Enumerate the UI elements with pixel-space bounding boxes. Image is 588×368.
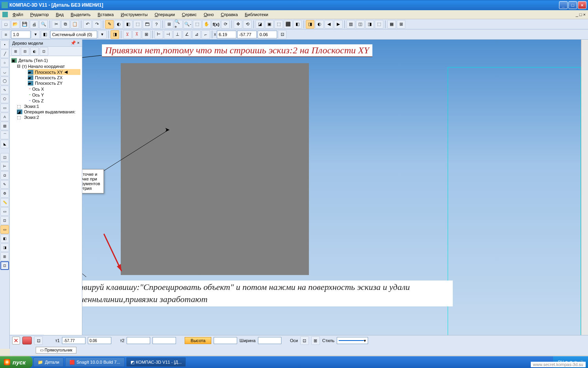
help-button[interactable]: ? [152, 20, 161, 29]
sketch-surface[interactable] [121, 63, 309, 275]
extra-4[interactable]: ⬚ [375, 20, 383, 29]
menu-view[interactable]: Вид [53, 11, 67, 18]
doc-controls[interactable]: _ □ × [576, 12, 586, 17]
tree-plane-zy[interactable]: ▰Плоскость ZY [28, 80, 80, 86]
geom-arc[interactable]: ◡ [0, 67, 9, 76]
axes-toggle2[interactable]: ⊞ [311, 336, 320, 345]
layer-combo[interactable] [50, 31, 97, 38]
axes-toggle[interactable]: ⊡ [300, 336, 309, 345]
print-button[interactable]: 🖨 [30, 20, 38, 29]
wireframe-button[interactable]: ⬚ [274, 20, 283, 29]
tree-origin[interactable]: ⊟(т) Начало координат [17, 63, 80, 69]
geom-poly[interactable]: ⬠ [0, 95, 9, 103]
style-button[interactable]: ≡ [2, 30, 10, 39]
scale-input[interactable] [11, 31, 31, 38]
t2-x-input[interactable] [127, 337, 150, 344]
layer-icon[interactable]: ◧ [41, 30, 49, 39]
fx-button[interactable]: f(x) [212, 20, 220, 29]
tree-extrude[interactable]: ◪Операция выдавливания: [17, 109, 80, 115]
zoom-window-button[interactable]: ⬚ [193, 20, 201, 29]
panel-symb[interactable]: Ω [0, 171, 9, 180]
view-front align-button[interactable]: ▣ [265, 20, 274, 29]
snap-toggle[interactable]: ◨ [111, 30, 119, 39]
new-button[interactable]: □ [2, 20, 10, 29]
menu-tools[interactable]: Инструменты [118, 11, 151, 18]
menu-edit[interactable]: Редактор [27, 11, 52, 18]
geom-point[interactable]: • [0, 40, 9, 49]
zoom-in-button[interactable]: 🔍+ [174, 20, 183, 29]
arrow-right-button[interactable]: ▶ [334, 20, 343, 29]
copy-button[interactable]: ⧉ [61, 20, 70, 29]
panel-spec[interactable]: ⊡ [0, 216, 9, 225]
panel-sel[interactable]: ▭ [0, 207, 9, 216]
menu-libraries[interactable]: Библиотеки [242, 11, 272, 18]
magnet-1[interactable]: ⊻ [123, 30, 132, 39]
tree-btn-4[interactable]: ⊡ [40, 47, 48, 56]
geom-ellipse[interactable]: ◯ [0, 77, 9, 85]
prop-tab-rect[interactable]: ▭ Прямоугольник [36, 347, 76, 353]
geom-circ[interactable]: ○ [0, 58, 9, 67]
width-input[interactable] [258, 337, 281, 344]
coord-x-input[interactable] [217, 31, 236, 38]
style-combo[interactable]: ▾ [337, 337, 368, 344]
t1-y-input[interactable] [88, 337, 111, 344]
layer-drop[interactable]: ▾ [98, 30, 107, 39]
geom-spline[interactable]: ∿ [0, 86, 9, 94]
panel-meas[interactable]: 📏 [0, 198, 9, 207]
view-iso-button[interactable]: ◪ [256, 20, 264, 29]
tool-c[interactable]: ⬚ [133, 20, 142, 29]
tree-axis-z[interactable]: ╶Ось Z [28, 98, 80, 104]
model-tree[interactable]: ▣Деталь (Тел-1) ⊟(т) Начало координат ▰П… [10, 56, 82, 342]
close-button[interactable]: × [578, 1, 586, 9]
geom-line[interactable]: ╱ [0, 49, 9, 58]
t2-y-input[interactable] [152, 337, 176, 344]
extra-6[interactable]: ⊞ [397, 20, 405, 29]
panel-param[interactable]: ⚙ [0, 189, 9, 198]
tool-a[interactable]: ◐ [114, 20, 123, 29]
maximize-button[interactable]: □ [568, 1, 577, 9]
tree-plane-zx[interactable]: ▰Плоскость ZX [28, 75, 80, 80]
height-input[interactable] [214, 337, 237, 344]
scale-drop[interactable]: ▾ [31, 30, 40, 39]
grid-button[interactable]: ⊞ [142, 30, 151, 39]
move-button[interactable]: ✥ [234, 20, 242, 29]
tree-btn-2[interactable]: ⊟ [21, 47, 29, 56]
panel-edit[interactable]: ✎ [0, 180, 9, 189]
coord-z-input[interactable] [258, 31, 277, 38]
menu-service[interactable]: Сервис [179, 11, 200, 18]
menu-help[interactable]: Справка [218, 11, 241, 18]
dim-2[interactable]: ⊣ [164, 30, 172, 39]
minimize-button[interactable]: _ [559, 1, 568, 9]
prop-stop[interactable] [22, 337, 32, 344]
prop-cancel[interactable]: ✕ [12, 337, 20, 344]
tree-btn-1[interactable]: ⊞ [11, 47, 20, 56]
start-button[interactable]: пуск [0, 356, 33, 368]
geom-hatch[interactable]: ▨ [0, 122, 9, 130]
t1-x-input[interactable] [62, 337, 85, 344]
tree-axis-y[interactable]: ╶Ось Y [28, 92, 80, 98]
save-button[interactable]: 💾 [20, 20, 29, 29]
redo-button[interactable]: ↷ [93, 20, 101, 29]
coord-extra[interactable]: ⊡ [278, 30, 287, 39]
canvas-vscroll[interactable] [581, 40, 588, 342]
menu-file[interactable]: Файл [9, 11, 26, 18]
sketch-active-button[interactable]: ✎ [105, 20, 114, 29]
shaded-button[interactable]: ◧ [293, 20, 302, 29]
magnet-2[interactable]: ⊼ [132, 30, 141, 39]
panel-rect-active[interactable]: ▭ [0, 225, 9, 234]
tree-axis-x[interactable]: ╶Ось X [28, 86, 80, 92]
undo-button[interactable]: ↶ [83, 20, 92, 29]
tree-plane-xy[interactable]: ▰Плоскость XY ◀ [28, 69, 80, 75]
menu-select[interactable]: Выделить [67, 11, 94, 18]
panel-more2[interactable]: ◨ [0, 243, 9, 252]
pan-button[interactable]: ✋ [202, 20, 211, 29]
geom-text[interactable]: A [0, 113, 9, 121]
geom-chamfer[interactable]: ◣ [0, 140, 9, 148]
panel-geom[interactable]: ◫ [0, 153, 9, 162]
panel-more3[interactable]: ⊞ [0, 252, 9, 261]
panel-dim[interactable]: ⊢ [0, 162, 9, 171]
paste-button[interactable]: 📋 [71, 20, 79, 29]
3d-button-1[interactable]: ◨ [306, 20, 314, 29]
height-button[interactable]: Высота [185, 337, 211, 344]
tool-b[interactable]: ◧ [124, 20, 132, 29]
